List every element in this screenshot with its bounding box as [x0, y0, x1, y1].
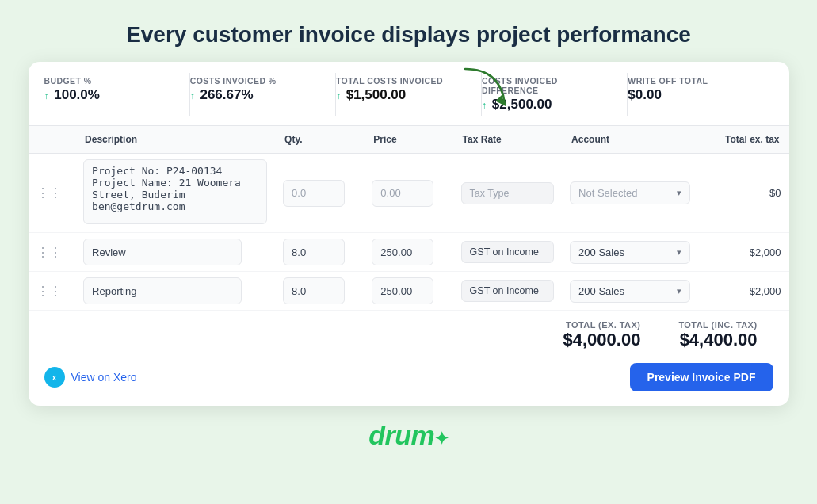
xero-link-text: View on Xero: [71, 371, 137, 384]
qty-input-2[interactable]: [283, 239, 345, 265]
price-input-2[interactable]: [372, 239, 433, 265]
metric-costs-invoiced-pct: COSTS INVOICED % ↑ 266.67%: [190, 73, 336, 116]
metric-write-off-total: WRITE OFF TOTAL $0.00: [628, 73, 773, 116]
page-title: Every customer invoice displays project …: [126, 22, 691, 48]
tax-badge-3: GST on Income: [461, 280, 554, 302]
invoice-card: BUDGET % ↑ 100.0% COSTS INVOICED % ↑ 266…: [29, 62, 789, 406]
totals-ex-tax-value: $4,000.00: [563, 330, 641, 350]
drag-handle-2[interactable]: ⋮⋮: [29, 233, 76, 272]
description-textarea-1[interactable]: Project No: P24-00134 Project Name: 21 W…: [83, 159, 267, 224]
col-header-account: Account: [562, 126, 698, 154]
total-cell-1: $0: [698, 154, 789, 233]
account-select-value-3: 200 Sales: [578, 285, 624, 297]
drum-logo: drum✦: [368, 420, 449, 451]
description-input-3[interactable]: [83, 277, 242, 304]
desc-cell-3[interactable]: [75, 272, 275, 311]
table-row: ⋮⋮ GST on Income 200 Sales ▾: [29, 272, 789, 311]
drag-handle-3[interactable]: ⋮⋮: [29, 272, 76, 311]
arrow-annotation: [449, 65, 513, 120]
total-costs-arrow: ↑: [336, 90, 341, 101]
total-cell-3: $2,000: [698, 272, 789, 311]
account-cell-3[interactable]: 200 Sales ▾: [562, 272, 698, 311]
account-select-value-2: 200 Sales: [578, 246, 624, 258]
chevron-down-icon: ▾: [677, 247, 681, 258]
price-cell-1[interactable]: [364, 154, 452, 233]
description-input-2[interactable]: [83, 239, 242, 265]
totals-ex-tax-label: TOTAL (ex. Tax): [563, 320, 641, 330]
price-cell-3[interactable]: [364, 272, 452, 311]
costs-invoiced-pct-arrow: ↑: [190, 90, 195, 101]
card-footer: x View on Xero Preview Invoice PDF: [29, 355, 789, 391]
totals-inc-tax-value: $4,400.00: [678, 330, 757, 350]
qty-cell-1[interactable]: [275, 154, 364, 233]
tax-cell-2[interactable]: GST on Income: [453, 233, 562, 272]
col-header-qty: Qty.: [275, 126, 364, 154]
account-select-value-1: Not Selected: [578, 187, 637, 199]
totals-inc-tax-label: TOTAL (inc. Tax): [678, 320, 757, 330]
col-header-description: Description: [75, 126, 275, 154]
metric-total-costs-invoiced: TOTAL COSTS INVOICED ↑ $1,500.00: [336, 73, 482, 116]
totals-ex-tax: TOTAL (ex. Tax) $4,000.00: [563, 320, 641, 350]
tax-cell-1[interactable]: Tax Type: [453, 154, 562, 233]
qty-cell-3[interactable]: [275, 272, 364, 311]
chevron-down-icon: ▾: [677, 286, 681, 296]
xero-logo: x: [44, 367, 65, 388]
col-header-total: Total ex. tax: [698, 126, 789, 154]
metric-budget-pct: BUDGET % ↑ 100.0%: [44, 73, 190, 116]
price-cell-2[interactable]: [364, 233, 452, 272]
totals-row: TOTAL (ex. Tax) $4,000.00 TOTAL (inc. Ta…: [29, 311, 789, 355]
account-select-3[interactable]: 200 Sales ▾: [570, 280, 690, 303]
tax-badge-1: Tax Type: [461, 182, 554, 204]
qty-input-3[interactable]: [283, 277, 345, 304]
account-cell-2[interactable]: 200 Sales ▾: [562, 233, 698, 272]
preview-invoice-pdf-button[interactable]: Preview Invoice PDF: [630, 363, 773, 391]
chevron-down-icon: ▾: [677, 188, 681, 198]
account-select-2[interactable]: 200 Sales ▾: [570, 241, 690, 264]
total-cell-2: $2,000: [698, 233, 789, 272]
account-cell-1[interactable]: Not Selected ▾: [562, 154, 698, 233]
col-header-drag: [29, 126, 76, 154]
table-row: ⋮⋮ Project No: P24-00134 Project Name: 2…: [29, 154, 789, 233]
col-header-price: Price: [364, 126, 452, 154]
table-row: ⋮⋮ GST on Income 200 Sales ▾: [29, 233, 789, 272]
qty-cell-2[interactable]: [275, 233, 364, 272]
col-header-tax: Tax Rate: [453, 126, 562, 154]
price-input-1[interactable]: [372, 180, 433, 207]
price-input-3[interactable]: [372, 277, 433, 304]
table-header-row: Description Qty. Price Tax Rate Account …: [29, 126, 789, 154]
qty-input-1[interactable]: [283, 180, 345, 207]
drag-handle-1[interactable]: ⋮⋮: [29, 154, 76, 233]
desc-cell-1[interactable]: Project No: P24-00134 Project Name: 21 W…: [75, 154, 275, 233]
metrics-bar: BUDGET % ↑ 100.0% COSTS INVOICED % ↑ 266…: [29, 62, 789, 126]
totals-inc-tax: TOTAL (inc. Tax) $4,400.00: [678, 320, 773, 350]
tax-cell-3[interactable]: GST on Income: [453, 272, 562, 311]
budget-pct-arrow: ↑: [44, 90, 49, 101]
account-select-1[interactable]: Not Selected ▾: [570, 181, 690, 204]
xero-link[interactable]: x View on Xero: [44, 367, 137, 388]
tax-badge-2: GST on Income: [461, 241, 554, 263]
invoice-table: Description Qty. Price Tax Rate Account …: [29, 126, 789, 311]
desc-cell-2[interactable]: [75, 233, 275, 272]
